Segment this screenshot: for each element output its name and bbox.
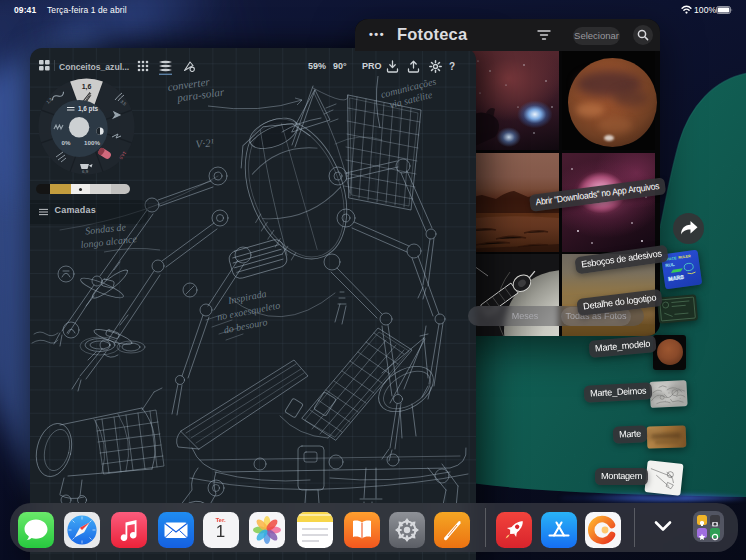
svg-text:0%: 0% xyxy=(62,139,71,146)
svg-text:100%: 100% xyxy=(84,139,100,146)
svg-text:1,6: 1,6 xyxy=(82,83,92,91)
svg-text:6,9: 6,9 xyxy=(82,169,89,174)
svg-text:1,6 pts: 1,6 pts xyxy=(78,105,99,113)
svg-text:MARS: MARS xyxy=(668,274,685,282)
svg-text:RULER: RULER xyxy=(678,254,691,260)
svg-text:RUL: RUL xyxy=(665,262,675,268)
svg-text:V·2¹: V·2¹ xyxy=(195,136,214,150)
